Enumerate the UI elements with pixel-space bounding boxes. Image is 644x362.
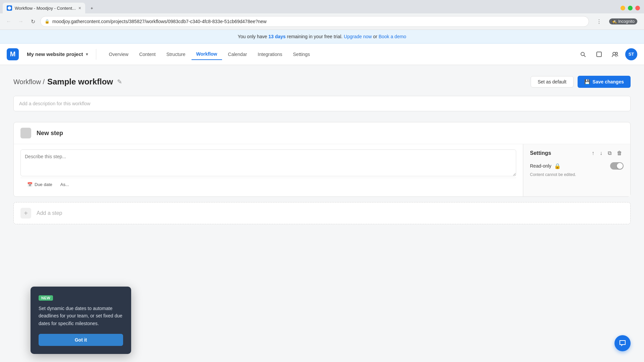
page-content: Workflow / Sample workflow ✎ Set as defa…: [0, 65, 644, 360]
nav-content[interactable]: Content: [135, 49, 160, 60]
main-nav: Overview Content Structure Workflow Cale…: [104, 49, 569, 60]
read-only-help: Content cannot be edited.: [530, 172, 624, 177]
nav-settings[interactable]: Settings: [288, 49, 315, 60]
browser-tabs: Workflow - Moodjoy - Content... × +: [0, 0, 644, 13]
project-selector[interactable]: My new website project ▾: [27, 51, 88, 57]
new-tab-btn[interactable]: +: [87, 3, 154, 13]
page-title: Sample workflow: [47, 77, 113, 86]
edit-title-icon[interactable]: ✎: [117, 78, 122, 85]
nav-overview[interactable]: Overview: [104, 49, 133, 60]
project-name-text: My new website project: [27, 51, 83, 57]
read-only-text: Read-only: [530, 163, 551, 169]
chat-button[interactable]: [614, 335, 631, 351]
window-close[interactable]: [635, 6, 640, 10]
lock-icon: 🔒: [554, 163, 561, 169]
step-name[interactable]: New step: [37, 130, 63, 137]
search-icon[interactable]: [577, 48, 589, 60]
step-header: New step: [14, 122, 630, 144]
nav-workflow[interactable]: Workflow: [192, 49, 222, 60]
header-right: ST: [577, 48, 637, 60]
page-header: Workflow / Sample workflow ✎ Set as defa…: [13, 76, 631, 88]
app-header: M My new website project ▾ Overview Cont…: [0, 44, 644, 65]
add-step-icon: +: [20, 208, 31, 219]
svg-line-2: [584, 55, 585, 57]
settings-controls: ↑ ↓ ⧉ 🗑: [590, 149, 624, 157]
step-description-input[interactable]: [20, 149, 516, 176]
tooltip-popup: NEW Set dynamic due dates to automate de…: [31, 287, 131, 354]
step-body: 📅 Due date As... Settings ↑ ↓ ⧉ 🗑: [14, 144, 630, 196]
move-up-btn[interactable]: ↑: [590, 149, 596, 157]
step-color-picker[interactable]: [20, 128, 31, 138]
settings-title-text: Settings: [530, 150, 551, 156]
browser-chrome: Workflow - Moodjoy - Content... × + ← → …: [0, 0, 644, 30]
forward-btn[interactable]: →: [16, 17, 25, 26]
svg-rect-3: [597, 52, 601, 57]
step-card: New step 📅 Due date As... Settings: [13, 122, 631, 197]
toggle-knob: [617, 163, 623, 169]
app-logo[interactable]: M: [7, 48, 19, 60]
active-tab[interactable]: Workflow - Moodjoy - Content... ×: [3, 3, 85, 13]
workflow-description-input[interactable]: Add a description for this workflow: [13, 96, 631, 111]
banner-prefix: You only have: [238, 34, 268, 39]
banner-middle: remaining in your free trial.: [287, 34, 344, 39]
address-bar[interactable]: 🔒 moodjoy.gathercontent.com/projects/385…: [40, 16, 589, 27]
read-only-row: Read-only 🔒: [530, 162, 624, 170]
move-down-btn[interactable]: ↓: [598, 149, 604, 157]
step-settings-panel: Settings ↑ ↓ ⧉ 🗑 Read-only 🔒: [523, 144, 630, 196]
svg-point-4: [613, 52, 615, 55]
profile-icon[interactable]: 🕵 Incognito: [619, 17, 628, 26]
browser-right-icons: ⋮ ☆ 🕵 Incognito ⋮: [594, 17, 640, 26]
nav-calendar[interactable]: Calendar: [223, 49, 252, 60]
assignees-label: As...: [60, 182, 69, 187]
add-step-label: Add a step: [37, 210, 62, 216]
read-only-label: Read-only 🔒: [530, 163, 561, 169]
trial-banner: You only have 13 days remaining in your …: [0, 30, 644, 44]
read-only-toggle[interactable]: [610, 162, 624, 170]
tooltip-text: Set dynamic due dates to automate deadli…: [39, 305, 123, 327]
back-btn[interactable]: ←: [4, 17, 13, 26]
nav-structure[interactable]: Structure: [162, 49, 190, 60]
project-chevron-icon: ▾: [86, 52, 88, 57]
tooltip-got-it-btn[interactable]: Got it: [39, 334, 123, 346]
due-date-item[interactable]: 📅 Due date: [27, 182, 52, 187]
tab-close-btn[interactable]: ×: [78, 5, 81, 11]
assignees-item[interactable]: As...: [60, 182, 69, 187]
breadcrumb-link[interactable]: Workflow /: [13, 78, 45, 86]
window-maximize[interactable]: [628, 6, 633, 10]
set-default-button[interactable]: Set as default: [531, 76, 574, 87]
url-text: moodjoy.gathercontent.com/projects/38582…: [52, 19, 585, 24]
step-main: 📅 Due date As...: [14, 144, 523, 196]
save-icon: 💾: [584, 79, 590, 84]
ssl-icon: 🔒: [45, 19, 50, 24]
svg-point-5: [615, 52, 618, 54]
user-avatar[interactable]: ST: [625, 48, 637, 60]
banner-days: 13 days: [268, 34, 285, 39]
step-footer: 📅 Due date As...: [20, 178, 516, 191]
browser-controls: ← → ↻ 🔒 moodjoy.gathercontent.com/projec…: [0, 13, 644, 29]
due-date-label: Due date: [35, 182, 52, 187]
window-minimize[interactable]: [621, 6, 625, 10]
header-divider: [96, 49, 96, 60]
menu-icon[interactable]: ⋮: [631, 17, 640, 26]
nav-integrations[interactable]: Integrations: [253, 49, 287, 60]
duplicate-btn[interactable]: ⧉: [606, 149, 613, 157]
delete-step-btn[interactable]: 🗑: [615, 149, 624, 157]
team-icon[interactable]: [609, 48, 621, 60]
demo-link[interactable]: Book a demo: [379, 34, 407, 39]
svg-point-0: [8, 6, 11, 10]
tooltip-badge: NEW: [39, 295, 53, 301]
tab-title: Workflow - Moodjoy - Content...: [15, 6, 76, 11]
tab-favicon: [7, 5, 12, 11]
calendar-icon: 📅: [27, 182, 33, 187]
add-step-row[interactable]: + Add a step: [13, 202, 631, 224]
upgrade-link[interactable]: Upgrade now: [344, 34, 372, 39]
banner-separator: or: [373, 34, 378, 39]
page-actions: Set as default 💾 Save changes: [531, 76, 631, 88]
save-changes-button[interactable]: 💾 Save changes: [578, 76, 631, 88]
breadcrumb-title: Workflow / Sample workflow ✎: [13, 77, 122, 86]
extensions-icon[interactable]: ⋮: [594, 17, 604, 26]
reload-btn[interactable]: ↻: [28, 17, 38, 26]
notifications-icon[interactable]: [593, 48, 605, 60]
settings-title-row: Settings ↑ ↓ ⧉ 🗑: [530, 149, 624, 157]
